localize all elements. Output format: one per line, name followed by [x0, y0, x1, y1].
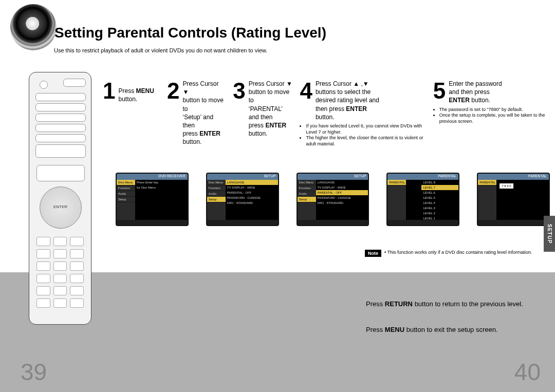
text: button.	[316, 114, 335, 121]
step-4: 4 Press Cursor ▲ ,▼ buttons to select th…	[300, 80, 425, 121]
osd-side-item: PARENTAL	[478, 180, 496, 185]
remote-toggle	[63, 79, 86, 87]
note-text: • This function works only if a DVD disc…	[384, 250, 532, 255]
osd-side-item: Function	[207, 185, 226, 191]
step-number: 2	[167, 80, 179, 102]
osd-line: PARENTAL : OFF	[316, 190, 368, 195]
osd-footer	[117, 220, 188, 225]
steps-row: 1 Press MENU button. 2 Press Cursor ▼ bu…	[103, 80, 550, 147]
osd-main: LANGUAGE TV DISPLAY : WIDE PARENTAL : OF…	[226, 180, 278, 220]
osd-side: Disc Menu Function Audio Setup	[207, 180, 226, 220]
text: Press Cursor ▲ ,▼	[316, 80, 369, 87]
text: button to return to the previous level.	[413, 300, 523, 308]
osd-line: TV DISPLAY : WIDE	[226, 185, 278, 190]
text-bold: MENU	[136, 87, 154, 95]
osd-line: Press Enter key	[135, 180, 188, 185]
osd-main: 7 8 9 0	[496, 180, 549, 220]
text: Enter the password	[449, 80, 502, 87]
note-item: The higher the level, the closer the con…	[306, 135, 425, 147]
osd-side: Disc Menu Function Audio Setup	[298, 180, 316, 220]
osd-side-item: Audio	[117, 191, 135, 197]
step-3: 3 Press Cursor ▼ button to move to ‘PARE…	[233, 80, 292, 147]
step-5-notes: The password is set to “7890” by default…	[433, 105, 550, 125]
text: button to move to	[249, 88, 289, 104]
note-item: If you have selected Level 6, you cannot…	[306, 123, 425, 135]
osd-header: DVD RECEIVER	[117, 174, 188, 180]
text: button.	[249, 130, 268, 137]
osd-side: PARENTAL	[387, 180, 406, 220]
text-bold: ENTER	[346, 105, 367, 113]
osd-side-item: PARENTAL	[387, 180, 406, 185]
osd-screen-3: SETUP Disc Menu Function Audio Setup LAN…	[297, 173, 369, 226]
note-item: The password is set to “7890” by default…	[439, 107, 550, 113]
step-text: Press Cursor ▼ button to move to ‘PARENT…	[249, 80, 293, 138]
remote-diagram	[29, 72, 91, 325]
osd-screens: DVD RECEIVER Disc Menu Function Audio Se…	[116, 173, 550, 226]
text: button.	[183, 138, 202, 145]
note-label: Note	[365, 250, 381, 257]
step-number: 4	[300, 80, 312, 102]
text: button.	[118, 96, 137, 103]
osd-line: PASSWORD : CHANGE	[316, 195, 368, 200]
page-number-right: 40	[514, 358, 541, 386]
text: buttons to select the	[316, 88, 371, 96]
remote-power-icon	[40, 81, 48, 89]
text: and then press	[449, 88, 489, 96]
osd-line: LEVEL 5	[421, 195, 458, 200]
step-2: 2 Press Cursor ▼ button to move to ‘Setu…	[167, 80, 226, 147]
osd-side: Disc Menu Function Audio Setup	[117, 180, 135, 220]
osd-line: LANGUAGE	[226, 180, 278, 185]
text: then press	[316, 105, 346, 113]
osd-screen-1: DVD RECEIVER Disc Menu Function Audio Se…	[116, 173, 189, 226]
text: This function works only if a DVD disc c…	[387, 250, 532, 255]
side-tab-setup: SETUP	[544, 216, 555, 252]
osd-main: LANGUAGE TV DISPLAY : WIDE PARENTAL : OF…	[316, 180, 368, 220]
remote-row	[35, 144, 86, 158]
step-text: Press Cursor ▼ button to move to ‘Setup’…	[183, 80, 226, 146]
text: Press	[366, 326, 385, 333]
osd-header: PARENTAL	[478, 174, 549, 180]
step-number: 3	[233, 80, 245, 102]
step-number: 5	[433, 80, 446, 102]
menu-instruction: Press MENU button to exit the setup scre…	[366, 326, 498, 333]
return-instruction: Press RETURN button to return to the pre…	[366, 300, 523, 308]
text-bold: ENTER	[199, 130, 220, 137]
osd-screen-4: PARENTAL PARENTAL LEVEL 8 LEVEL 7 LEVEL …	[386, 173, 459, 226]
osd-footer	[207, 220, 278, 225]
osd-header: SETUP	[207, 174, 278, 180]
step-number: 1	[103, 80, 115, 102]
osd-line: LANGUAGE	[316, 180, 368, 185]
step-4-col: 4 Press Cursor ▲ ,▼ buttons to select th…	[300, 80, 425, 147]
text-bold: RETURN	[385, 300, 413, 308]
text-bold: MENU	[385, 326, 404, 333]
step-text: Press MENU button.	[118, 80, 160, 103]
osd-line: LEVEL 2	[421, 211, 458, 216]
osd-line: TV DISPLAY : WIDE	[316, 185, 368, 190]
osd-screen-2: SETUP Disc Menu Function Audio Setup LAN…	[206, 173, 279, 226]
osd-side-item: Audio	[298, 191, 316, 197]
text: Press	[118, 87, 136, 95]
osd-header: PARENTAL	[387, 174, 458, 180]
osd-line: for Disc Menu	[135, 185, 188, 190]
text: ‘Setup’ and then	[183, 114, 214, 129]
osd-line: LEVEL 4	[421, 200, 458, 206]
osd-side-item: Function	[298, 185, 316, 191]
remote-row	[35, 93, 86, 101]
text: desired rating level and	[316, 97, 379, 104]
text: button to move to	[183, 97, 224, 112]
remote-row	[35, 124, 86, 132]
step-5: 5 Enter the password and then press ENTE…	[433, 80, 550, 105]
text: Press Cursor ▼	[249, 80, 292, 87]
osd-line: PARENTAL : OFF	[226, 190, 278, 195]
text: button to exit the setup screen.	[404, 326, 497, 333]
osd-footer	[478, 220, 549, 225]
osd-main: Press Enter key for Disc Menu	[135, 180, 188, 220]
step-text: Press Cursor ▲ ,▼ buttons to select the …	[316, 80, 385, 121]
page-title: Setting Parental Controls (Rating Level)	[54, 25, 326, 41]
remote-navpad	[40, 186, 82, 229]
osd-line: LEVEL 8	[421, 180, 458, 185]
osd-line: PASSWORD : CHANGE	[226, 195, 278, 200]
osd-side-item: Function	[117, 185, 135, 191]
osd-main: LEVEL 8 LEVEL 7 LEVEL 6 LEVEL 5 LEVEL 4 …	[406, 180, 458, 220]
osd-footer	[387, 220, 458, 225]
